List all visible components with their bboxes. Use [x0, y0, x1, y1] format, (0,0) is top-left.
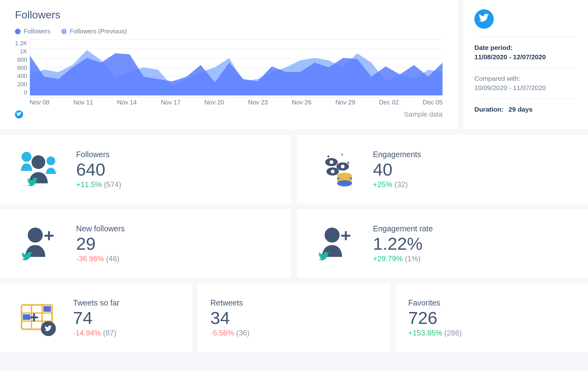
metric-value: 640	[76, 161, 121, 178]
metric-label: Favorites	[408, 298, 462, 307]
svg-point-11	[331, 170, 335, 173]
ytick: 1.2K	[15, 40, 27, 47]
metric-change: -14.94% (87)	[73, 329, 120, 337]
svg-point-5	[347, 162, 349, 164]
metric-label: Followers	[76, 150, 121, 159]
metric-engagements[interactable]: Engagements 40 +25% (32)	[297, 135, 588, 204]
chart-yaxis: 1.2K1K8006004002000	[15, 39, 30, 96]
xtick: Nov 17	[161, 99, 180, 106]
duration-value: 29 days	[508, 106, 532, 113]
legend-swatch	[15, 29, 21, 34]
metric-value: 40	[373, 161, 421, 178]
followers-chart-card: Followers Followers Followers (Previous)…	[0, 0, 458, 129]
svg-point-9	[341, 165, 345, 168]
xtick: Nov 29	[336, 99, 355, 106]
legend-item-followers-previous[interactable]: Followers (Previous)	[61, 28, 127, 35]
metric-engagement-rate[interactable]: Engagement rate 1.22% +29.79% (1%)	[297, 209, 588, 278]
metric-value: 1.22%	[373, 235, 433, 253]
svg-point-7	[330, 160, 333, 164]
legend-label: Followers (Previous)	[70, 28, 127, 35]
legend-label: Followers	[24, 28, 51, 35]
svg-point-3	[327, 156, 329, 157]
metric-retweets[interactable]: Retweets 34 -5.56% (36)	[198, 283, 390, 352]
compared-with-label: Compared with:	[474, 75, 577, 82]
svg-point-4	[341, 154, 343, 156]
xtick: Nov 11	[73, 99, 93, 106]
svg-point-17	[325, 228, 340, 243]
metric-value: 29	[76, 235, 125, 253]
metric-value: 74	[73, 309, 120, 327]
svg-point-14	[337, 180, 352, 186]
metric-change: +153.85% (286)	[408, 329, 462, 337]
metric-followers[interactable]: Followers 640 +11.5% (574)	[0, 135, 291, 204]
ytick: 0	[24, 89, 27, 96]
xtick: Nov 26	[292, 99, 311, 106]
xtick: Dec 02	[379, 99, 399, 106]
metric-label: Engagement rate	[373, 224, 433, 233]
compared-with-value: 10/09/2020 - 11/07/2020	[474, 84, 577, 92]
metric-change: -36.96% (46)	[76, 254, 125, 263]
chart-xaxis: Nov 08Nov 11Nov 14Nov 17Nov 20Nov 23Nov …	[30, 97, 443, 106]
ytick: 200	[17, 81, 27, 88]
svg-point-16	[28, 228, 43, 243]
ytick: 800	[17, 56, 27, 63]
new-followers-icon	[12, 222, 62, 265]
chart-plot-area[interactable]	[30, 39, 443, 95]
metric-change: +29.79% (1%)	[373, 254, 433, 263]
metric-favorites[interactable]: Favorites 726 +153.85% (286)	[396, 283, 588, 352]
metric-value: 34	[210, 309, 249, 327]
sample-data-label: Sample data	[404, 110, 443, 118]
svg-point-15	[337, 173, 352, 179]
legend-item-followers[interactable]: Followers	[15, 28, 51, 35]
metric-label: Retweets	[210, 298, 249, 307]
ytick: 400	[17, 73, 27, 80]
date-period-value: 11/08/2020 - 12/07/2020	[474, 53, 577, 61]
xtick: Dec 05	[423, 99, 443, 106]
metric-value: 726	[408, 309, 462, 327]
metric-change: +11.5% (574)	[76, 180, 121, 189]
xtick: Nov 08	[30, 99, 49, 106]
metric-label: New followers	[76, 224, 125, 233]
engagement-rate-icon	[309, 222, 359, 265]
tweets-icon	[12, 296, 62, 340]
date-period-label: Date period:	[474, 44, 577, 51]
xtick: Nov 20	[204, 99, 224, 106]
duration-label: Duration:	[474, 106, 503, 113]
metric-change: +25% (32)	[373, 180, 421, 189]
ytick: 1K	[20, 48, 27, 55]
svg-point-1	[47, 157, 55, 165]
ytick: 600	[17, 65, 27, 71]
svg-point-0	[22, 152, 32, 162]
svg-point-2	[32, 155, 45, 169]
twitter-icon	[15, 110, 23, 118]
engagements-icon	[309, 147, 359, 191]
xtick: Nov 23	[248, 99, 268, 106]
svg-rect-23	[23, 314, 30, 320]
twitter-icon	[474, 9, 494, 29]
metric-new-followers[interactable]: New followers 29 -36.96% (46)	[0, 209, 291, 278]
followers-icon	[12, 147, 62, 191]
chart-legend: Followers Followers (Previous)	[15, 28, 443, 35]
metric-label: Engagements	[373, 150, 421, 159]
xtick: Nov 14	[117, 99, 137, 106]
metric-change: -5.56% (36)	[210, 329, 249, 337]
legend-swatch	[61, 29, 67, 34]
metric-label: Tweets so far	[73, 298, 120, 307]
chart-title: Followers	[15, 9, 443, 21]
metric-tweets[interactable]: Tweets so far 74 -14.94% (87)	[0, 283, 192, 352]
date-info-card: Date period: 11/08/2020 - 12/07/2020 Com…	[463, 0, 588, 129]
svg-rect-24	[43, 306, 51, 312]
